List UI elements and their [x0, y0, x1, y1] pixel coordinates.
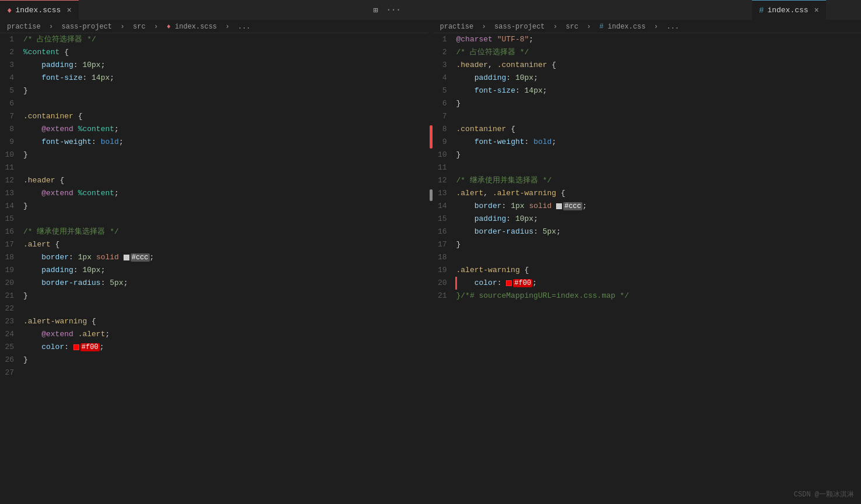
token-text [92, 253, 96, 262]
line-number: 21 [433, 290, 456, 302]
token-property: color [475, 279, 497, 287]
line-content: } [456, 97, 862, 110]
token-brace: { [506, 125, 515, 133]
token-indent [456, 214, 475, 223]
token-semi: ; [119, 138, 124, 146]
token-property: padding [41, 266, 73, 274]
token-placeholder: %content [78, 125, 114, 133]
token-semi: ; [101, 266, 106, 274]
code-line: 27 [0, 366, 428, 379]
line-content: padding: 10px; [456, 213, 862, 225]
token-indent [23, 343, 41, 351]
token-property: border-radius [41, 279, 100, 287]
split-editor-icon[interactable]: ⊞ [373, 5, 378, 15]
token-num: 1px [78, 253, 92, 262]
code-line: 9 font-weight: bold; [433, 136, 862, 149]
code-line: 16 border-radius: 5px; [433, 225, 862, 238]
color-swatch [556, 203, 562, 209]
code-line: 10} [433, 149, 862, 161]
token-indent [23, 253, 41, 262]
token-text [538, 227, 543, 236]
token-text [502, 279, 507, 287]
left-editor-scroll[interactable]: 1/* 占位符选择器 */2%content {3 padding: 10px;… [0, 33, 428, 491]
line-content: .header { [23, 174, 428, 187]
line-number: 14 [0, 200, 23, 213]
token-class: .alert [78, 330, 106, 339]
line-content: @extend %content; [23, 123, 428, 136]
token-class: .contaniner [23, 112, 73, 121]
right-editor-pane: practise › sass-project › src › # index.… [433, 20, 862, 491]
line-content: font-size: 14px; [23, 72, 428, 84]
code-line: 14} [0, 200, 428, 213]
code-line: 20 color: #f00; [433, 277, 862, 290]
line-number: 15 [433, 213, 456, 225]
line-content: padding: 10px; [23, 59, 428, 72]
token-property: padding [475, 214, 507, 223]
token-text [73, 125, 78, 133]
code-line: 13.alert, .alert-warning { [433, 187, 862, 200]
code-line: 3 padding: 10px; [0, 59, 428, 72]
token-text [551, 202, 556, 210]
token-text [529, 138, 533, 146]
color-swatch [506, 280, 512, 286]
color-value: #f00 [513, 279, 532, 287]
line-content: .alert-warning { [23, 315, 428, 328]
line-content: }/*# sourceMappingURL=index.css.map */ [456, 290, 862, 302]
line-number: 11 [433, 161, 456, 174]
line-content: font-weight: bold; [456, 136, 862, 149]
token-semi: ; [532, 279, 537, 287]
left-breadcrumb-text: practise › sass-project › src › ♦ index.… [7, 23, 251, 31]
line-number: 24 [0, 328, 23, 341]
token-brace: { [55, 176, 65, 185]
token-class: .alert-warning [23, 317, 87, 326]
code-line: 5 font-size: 14px; [433, 84, 862, 97]
line-content: .alert-warning { [456, 264, 862, 277]
code-line: 15 padding: 10px; [433, 213, 862, 225]
token-class: .header [23, 176, 55, 185]
right-editor-scroll[interactable]: 1@charset "UTF-8";2/* 占位符选择器 */3.header,… [433, 33, 862, 491]
token-semi: ; [543, 86, 547, 95]
token-property: padding [475, 73, 507, 82]
code-line: 1/* 占位符选择器 */ [0, 33, 428, 46]
tab-left-close[interactable]: × [66, 6, 71, 15]
token-text [511, 73, 515, 82]
token-extend: @extend [41, 189, 73, 198]
token-semi: ; [124, 279, 128, 287]
token-colon: : [73, 61, 78, 69]
token-comment: /* 继承使用并集选择器 */ [23, 227, 119, 236]
token-brace: { [556, 189, 565, 198]
line-number: 9 [0, 136, 23, 149]
line-content: /* 占位符选择器 */ [456, 46, 862, 59]
line-content: /* 继承使用并集选择器 */ [456, 174, 862, 187]
line-number: 18 [0, 251, 23, 264]
token-semi: ; [533, 73, 538, 82]
token-semi: ; [582, 202, 587, 210]
tab-right-css[interactable]: # index.css × [752, 0, 826, 20]
token-brace: } [23, 202, 28, 210]
tab-right-label: index.css [767, 6, 808, 15]
line-number: 7 [433, 110, 456, 123]
line-content: /* 占位符选择器 */ [23, 33, 428, 46]
token-indent [23, 138, 41, 146]
token-text [506, 202, 511, 210]
tab-right-close[interactable]: × [814, 6, 819, 15]
line-number: 8 [433, 123, 456, 136]
code-line: 11 [433, 161, 862, 174]
token-semi: ; [150, 253, 154, 262]
more-actions-icon[interactable]: ··· [386, 5, 400, 15]
minimap-indicator-red [430, 125, 433, 149]
line-content: .alert { [23, 238, 428, 251]
token-comment: }/*# sourceMappingURL=index.css.map */ [456, 291, 629, 300]
line-content: } [23, 200, 428, 213]
token-text [493, 35, 497, 44]
token-num: 10px [82, 61, 100, 69]
line-number: 18 [433, 251, 456, 264]
token-num: 14px [525, 86, 543, 95]
line-number: 26 [0, 354, 23, 366]
line-content: color: #f00; [456, 277, 862, 290]
token-brace: { [59, 48, 69, 57]
tab-left-scss[interactable]: ♦ index.scss × [0, 0, 79, 20]
code-line: 15 [0, 213, 428, 225]
token-solid: solid [529, 202, 551, 210]
line-content: } [23, 84, 428, 97]
